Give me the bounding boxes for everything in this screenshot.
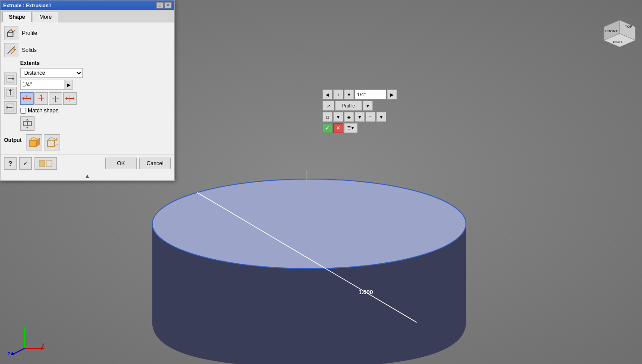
svg-rect-62	[39, 160, 45, 167]
svg-marker-50	[65, 97, 67, 100]
mini-surface-arrow[interactable]: ▼	[376, 112, 386, 122]
svg-line-27	[11, 50, 15, 54]
view-cube[interactable]: TOP FRONT RIGHT	[602, 18, 638, 54]
mini-cancel-btn[interactable]: ✕	[333, 123, 343, 133]
check-btn[interactable]: ✓	[19, 157, 32, 170]
dialog-tabs: Shape More	[0, 10, 174, 22]
ok-btn[interactable]: OK	[105, 158, 137, 169]
dimension-label: 1.000	[358, 289, 373, 295]
svg-rect-63	[47, 160, 52, 167]
input-row: ▶	[20, 80, 171, 90]
preview-btn[interactable]	[34, 157, 57, 170]
svg-rect-59	[47, 140, 55, 146]
dir-btn-pos[interactable]	[34, 92, 48, 105]
svg-line-23	[11, 30, 13, 32]
svg-text:TOP: TOP	[625, 25, 633, 29]
extents-right: Extents Distance Through All To From-To …	[20, 60, 171, 131]
match-shape-checkbox[interactable]	[20, 108, 26, 114]
svg-marker-43	[40, 94, 43, 96]
mini-solid-btn[interactable]: ◈	[344, 112, 354, 122]
match-shape-row: Match shape	[20, 107, 171, 114]
svg-marker-46	[54, 101, 57, 103]
mini-solid-arrow[interactable]: ▼	[355, 112, 365, 122]
svg-marker-54	[26, 119, 29, 120]
svg-marker-39	[30, 97, 31, 100]
left-icons	[4, 73, 17, 131]
symmetric-btn[interactable]	[20, 116, 34, 131]
mini-distance-input[interactable]: 1/4"	[355, 90, 386, 99]
direction-buttons	[20, 92, 171, 105]
mini-arrow-btn[interactable]: ▶	[387, 90, 397, 99]
mini-combo-btn[interactable]: ☰▼	[344, 123, 358, 133]
mini-toolbar-row2: ↗ Profile ▼	[323, 101, 397, 111]
dir-btn-both[interactable]	[20, 92, 34, 105]
profile-label: Profile	[22, 30, 37, 36]
svg-marker-55	[26, 127, 29, 128]
svg-point-2	[152, 179, 466, 269]
svg-text:RIGHT: RIGHT	[613, 40, 624, 44]
title-buttons: □ ✕	[156, 2, 172, 9]
distance-input[interactable]	[20, 80, 65, 90]
flip-btn2[interactable]	[4, 87, 17, 99]
dialog-body: Profile Solids	[0, 22, 174, 154]
svg-text:Z: Z	[8, 352, 10, 355]
dir-btn-sym[interactable]	[63, 92, 77, 105]
mini-profile-arrow[interactable]: ▼	[363, 101, 373, 111]
extents-section: Extents Distance Through All To From-To …	[4, 60, 171, 131]
match-shape-label: Match shape	[28, 107, 59, 114]
mini-shape-arrow[interactable]: ▼	[333, 112, 343, 122]
svg-text:Y: Y	[26, 324, 29, 328]
mini-toolbar-row3: □ ▼ ◈ ▼ ≡ ▼	[323, 112, 397, 122]
mini-toolbar-row1: ◀ ↕ ▼ 1/4" ▶	[323, 90, 397, 99]
svg-text:FRONT: FRONT	[605, 29, 618, 33]
extents-dropdown[interactable]: Distance Through All To From-To	[20, 68, 83, 78]
mini-toolbar: ◀ ↕ ▼ 1/4" ▶ ↗ Profile ▼ □ ▼ ◈ ▼ ≡ ▼ ✓ ✕…	[323, 90, 397, 133]
dropdown-row: Distance Through All To From-To	[20, 68, 171, 78]
flip-btn1[interactable]	[4, 73, 17, 85]
svg-marker-40	[22, 97, 24, 100]
tab-more[interactable]: More	[33, 12, 58, 22]
distance-arrow-btn[interactable]: ▶	[65, 80, 73, 90]
mini-profile-icon[interactable]: ↗	[323, 101, 334, 111]
footer-right: OK Cancel	[105, 158, 171, 169]
close-btn[interactable]: ✕	[164, 2, 172, 9]
cancel-btn[interactable]: Cancel	[139, 158, 171, 169]
restore-btn[interactable]: □	[156, 2, 164, 9]
svg-marker-28	[13, 48, 16, 50]
solids-row: Solids	[4, 43, 171, 57]
output-label: Output	[4, 137, 22, 143]
mini-surface-btn[interactable]: ≡	[366, 112, 375, 122]
mini-shape-btn[interactable]: □	[323, 112, 332, 122]
svg-marker-49	[73, 97, 74, 100]
dialog-title: Extrude : Extrusion1	[3, 3, 52, 8]
flip-btn3[interactable]	[4, 101, 17, 114]
svg-rect-21	[8, 32, 13, 37]
dialog-triangle: ▲	[0, 172, 174, 180]
dialog-footer: ? ✓ OK Cancel	[0, 154, 174, 172]
extrude-dialog: Extrude : Extrusion1 □ ✕ Shape More Prof…	[0, 0, 175, 181]
footer-left: ? ✓	[4, 157, 57, 170]
tab-shape[interactable]: Shape	[2, 12, 32, 22]
extents-label: Extents	[20, 60, 171, 66]
output-surface-btn[interactable]	[44, 134, 60, 150]
output-buttons	[26, 134, 60, 150]
svg-text:X: X	[42, 343, 45, 348]
solids-icon-btn[interactable]	[4, 43, 18, 57]
profile-icon-btn[interactable]	[4, 26, 18, 40]
profile-row: Profile	[4, 26, 171, 40]
output-solid-btn[interactable]	[26, 134, 42, 150]
mini-expand-btn[interactable]: ◀	[323, 90, 332, 99]
mini-toolbar-row4: ✓ ✕ ☰▼	[323, 123, 397, 133]
mini-dir-toggle[interactable]: ▼	[344, 90, 354, 99]
dir-btn-neg[interactable]	[49, 92, 62, 105]
svg-point-5	[306, 191, 308, 194]
svg-marker-25	[14, 30, 16, 31]
solids-label: Solids	[22, 47, 37, 53]
mini-confirm-btn[interactable]: ✓	[323, 123, 332, 133]
mini-profile-label[interactable]: Profile	[335, 101, 362, 111]
svg-line-22	[8, 30, 11, 32]
dialog-titlebar: Extrude : Extrusion1 □ ✕	[0, 0, 174, 10]
output-section: Output	[4, 134, 171, 150]
help-btn[interactable]: ?	[4, 157, 17, 170]
svg-rect-56	[30, 140, 37, 146]
